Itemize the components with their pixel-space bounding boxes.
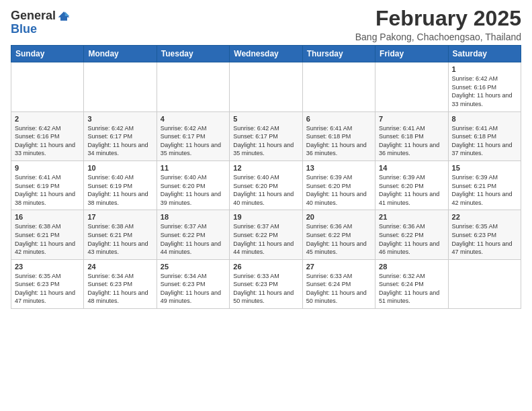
table-row — [448, 259, 521, 308]
day-number: 9 — [15, 164, 80, 172]
day-info: Sunrise: 6:33 AM Sunset: 6:24 PM Dayligh… — [306, 272, 371, 306]
header-saturday: Saturday — [448, 46, 521, 62]
day-info: Sunrise: 6:42 AM Sunset: 6:16 PM Dayligh… — [452, 75, 517, 108]
table-row: 18Sunrise: 6:37 AM Sunset: 6:22 PM Dayli… — [157, 210, 229, 259]
table-row — [157, 62, 229, 111]
header-sunday: Sunday — [11, 46, 84, 62]
day-info: Sunrise: 6:39 AM Sunset: 6:20 PM Dayligh… — [379, 173, 444, 207]
day-info: Sunrise: 6:39 AM Sunset: 6:21 PM Dayligh… — [452, 173, 517, 207]
page: General Blue February 2025 Bang Pakong, … — [0, 0, 532, 411]
table-row: 4Sunrise: 6:42 AM Sunset: 6:17 PM Daylig… — [157, 111, 229, 161]
logo: General Blue — [11, 9, 71, 36]
day-info: Sunrise: 6:38 AM Sunset: 6:21 PM Dayligh… — [87, 222, 152, 256]
day-number: 27 — [306, 263, 371, 271]
day-info: Sunrise: 6:37 AM Sunset: 6:22 PM Dayligh… — [161, 222, 226, 256]
day-info: Sunrise: 6:36 AM Sunset: 6:22 PM Dayligh… — [379, 222, 444, 256]
day-number: 11 — [161, 164, 226, 172]
day-info: Sunrise: 6:41 AM Sunset: 6:18 PM Dayligh… — [306, 124, 371, 158]
day-number: 13 — [306, 164, 371, 172]
table-row: 7Sunrise: 6:41 AM Sunset: 6:18 PM Daylig… — [375, 111, 448, 161]
day-number: 7 — [379, 115, 444, 123]
logo-icon — [57, 9, 71, 23]
day-number: 6 — [306, 115, 371, 123]
table-row: 15Sunrise: 6:39 AM Sunset: 6:21 PM Dayli… — [448, 161, 521, 210]
title-month: February 2025 — [355, 7, 521, 30]
day-number: 24 — [87, 263, 152, 271]
table-row: 6Sunrise: 6:41 AM Sunset: 6:18 PM Daylig… — [302, 111, 375, 161]
table-row — [11, 62, 84, 111]
table-row: 16Sunrise: 6:38 AM Sunset: 6:21 PM Dayli… — [11, 210, 84, 259]
day-info: Sunrise: 6:36 AM Sunset: 6:22 PM Dayligh… — [306, 222, 371, 256]
header-thursday: Thursday — [302, 46, 375, 62]
day-info: Sunrise: 6:34 AM Sunset: 6:23 PM Dayligh… — [87, 272, 152, 306]
table-row: 1Sunrise: 6:42 AM Sunset: 6:16 PM Daylig… — [448, 62, 521, 111]
calendar-week-row: 23Sunrise: 6:35 AM Sunset: 6:23 PM Dayli… — [11, 259, 521, 308]
table-row: 12Sunrise: 6:40 AM Sunset: 6:20 PM Dayli… — [230, 161, 302, 210]
day-info: Sunrise: 6:40 AM Sunset: 6:20 PM Dayligh… — [233, 173, 298, 207]
table-row: 24Sunrise: 6:34 AM Sunset: 6:23 PM Dayli… — [84, 259, 157, 308]
table-row: 3Sunrise: 6:42 AM Sunset: 6:17 PM Daylig… — [84, 111, 157, 161]
day-info: Sunrise: 6:42 AM Sunset: 6:17 PM Dayligh… — [161, 124, 226, 158]
day-number: 2 — [15, 115, 80, 123]
table-row: 10Sunrise: 6:40 AM Sunset: 6:19 PM Dayli… — [84, 161, 157, 210]
day-number: 4 — [161, 115, 226, 123]
day-info: Sunrise: 6:41 AM Sunset: 6:18 PM Dayligh… — [379, 124, 444, 158]
day-info: Sunrise: 6:35 AM Sunset: 6:23 PM Dayligh… — [15, 272, 80, 306]
day-number: 8 — [452, 115, 517, 123]
day-info: Sunrise: 6:42 AM Sunset: 6:16 PM Dayligh… — [15, 124, 80, 158]
calendar-header-row: Sunday Monday Tuesday Wednesday Thursday… — [11, 46, 521, 62]
day-number: 18 — [161, 213, 226, 221]
table-row: 17Sunrise: 6:38 AM Sunset: 6:21 PM Dayli… — [84, 210, 157, 259]
day-number: 20 — [306, 213, 371, 221]
calendar-week-row: 1Sunrise: 6:42 AM Sunset: 6:16 PM Daylig… — [11, 62, 521, 111]
table-row: 22Sunrise: 6:35 AM Sunset: 6:23 PM Dayli… — [448, 210, 521, 259]
day-info: Sunrise: 6:32 AM Sunset: 6:24 PM Dayligh… — [379, 272, 444, 306]
day-number: 17 — [87, 213, 152, 221]
table-row — [302, 62, 375, 111]
day-info: Sunrise: 6:39 AM Sunset: 6:20 PM Dayligh… — [306, 173, 371, 207]
table-row: 28Sunrise: 6:32 AM Sunset: 6:24 PM Dayli… — [375, 259, 448, 308]
day-info: Sunrise: 6:42 AM Sunset: 6:17 PM Dayligh… — [87, 124, 152, 158]
table-row — [84, 62, 157, 111]
day-number: 28 — [379, 263, 444, 271]
day-number: 12 — [233, 164, 298, 172]
table-row: 25Sunrise: 6:34 AM Sunset: 6:23 PM Dayli… — [157, 259, 229, 308]
table-row: 26Sunrise: 6:33 AM Sunset: 6:23 PM Dayli… — [230, 259, 302, 308]
day-number: 14 — [379, 164, 444, 172]
header-tuesday: Tuesday — [157, 46, 229, 62]
header-wednesday: Wednesday — [230, 46, 302, 62]
calendar-table: Sunday Monday Tuesday Wednesday Thursday… — [11, 45, 521, 309]
day-number: 19 — [233, 213, 298, 221]
header-friday: Friday — [375, 46, 448, 62]
calendar-week-row: 9Sunrise: 6:41 AM Sunset: 6:19 PM Daylig… — [11, 161, 521, 210]
table-row: 19Sunrise: 6:37 AM Sunset: 6:22 PM Dayli… — [230, 210, 302, 259]
day-info: Sunrise: 6:41 AM Sunset: 6:18 PM Dayligh… — [452, 124, 517, 158]
title-block: February 2025 Bang Pakong, Chachoengsao,… — [355, 7, 521, 42]
calendar-week-row: 2Sunrise: 6:42 AM Sunset: 6:16 PM Daylig… — [11, 111, 521, 161]
day-info: Sunrise: 6:40 AM Sunset: 6:19 PM Dayligh… — [87, 173, 152, 207]
table-row: 9Sunrise: 6:41 AM Sunset: 6:19 PM Daylig… — [11, 161, 84, 210]
day-number: 22 — [452, 213, 517, 221]
day-info: Sunrise: 6:33 AM Sunset: 6:23 PM Dayligh… — [233, 272, 298, 306]
day-info: Sunrise: 6:37 AM Sunset: 6:22 PM Dayligh… — [233, 222, 298, 256]
table-row: 14Sunrise: 6:39 AM Sunset: 6:20 PM Dayli… — [375, 161, 448, 210]
day-number: 3 — [87, 115, 152, 123]
day-info: Sunrise: 6:35 AM Sunset: 6:23 PM Dayligh… — [452, 222, 517, 256]
title-location: Bang Pakong, Chachoengsao, Thailand — [355, 32, 521, 42]
day-info: Sunrise: 6:40 AM Sunset: 6:20 PM Dayligh… — [161, 173, 226, 207]
day-info: Sunrise: 6:42 AM Sunset: 6:17 PM Dayligh… — [233, 124, 298, 158]
calendar-week-row: 16Sunrise: 6:38 AM Sunset: 6:21 PM Dayli… — [11, 210, 521, 259]
header: General Blue February 2025 Bang Pakong, … — [11, 7, 521, 42]
table-row: 11Sunrise: 6:40 AM Sunset: 6:20 PM Dayli… — [157, 161, 229, 210]
logo-blue-text: Blue — [11, 22, 37, 36]
day-number: 16 — [15, 213, 80, 221]
header-monday: Monday — [84, 46, 157, 62]
table-row: 13Sunrise: 6:39 AM Sunset: 6:20 PM Dayli… — [302, 161, 375, 210]
day-number: 21 — [379, 213, 444, 221]
table-row: 20Sunrise: 6:36 AM Sunset: 6:22 PM Dayli… — [302, 210, 375, 259]
table-row — [230, 62, 302, 111]
table-row: 8Sunrise: 6:41 AM Sunset: 6:18 PM Daylig… — [448, 111, 521, 161]
day-number: 15 — [452, 164, 517, 172]
table-row: 2Sunrise: 6:42 AM Sunset: 6:16 PM Daylig… — [11, 111, 84, 161]
day-number: 25 — [161, 263, 226, 271]
